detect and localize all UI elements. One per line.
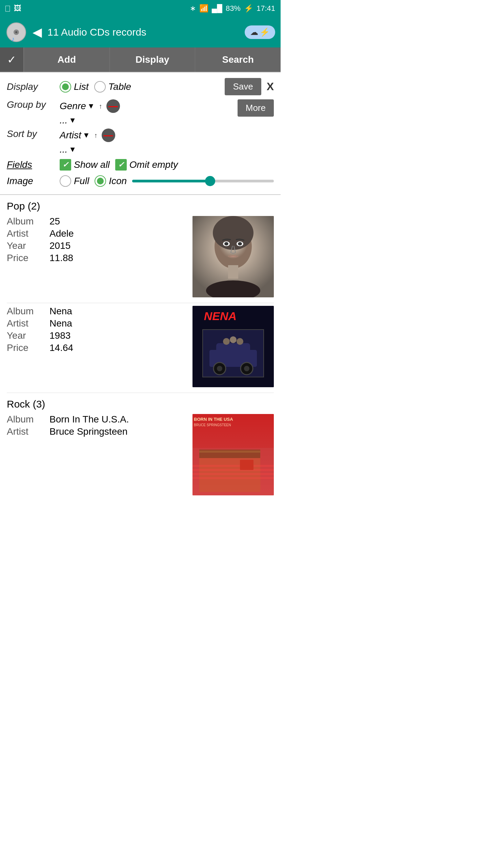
full-radio[interactable]: Full — [60, 175, 89, 187]
display-button[interactable]: Display — [109, 47, 195, 72]
sort-by-field2-dropdown[interactable]: ... ▼ — [60, 144, 76, 155]
list-radio-inner — [62, 83, 69, 90]
table-label: Table — [108, 81, 131, 92]
more-button[interactable]: More — [238, 99, 274, 117]
group-by-sort-arrow1[interactable]: ↑ — [99, 102, 102, 110]
price-field-adele: Price — [7, 253, 44, 263]
sort-by-remove1[interactable]: — — [102, 129, 115, 142]
close-button[interactable]: X — [267, 80, 274, 93]
record-item-adele[interactable]: Album 25 Artist Adele Year 2015 Price 11… — [7, 216, 274, 303]
back-button[interactable]: ◀ — [33, 25, 42, 39]
sort-by-chevron1: ▼ — [83, 131, 90, 140]
sort-by-field2-row: ... ▼ — [60, 144, 115, 155]
svg-point-23 — [230, 336, 237, 343]
group-controls: Genre ▼ ↑ — ... ▼ — [60, 99, 120, 126]
group-by-remove1[interactable]: — — [106, 99, 120, 113]
minus-icon1: — — [108, 101, 118, 111]
group-by-row: Group by Genre ▼ ↑ — ... ▼ More — [7, 99, 274, 126]
artist-field-adele: Artist — [7, 228, 44, 239]
display-panel: Display List Table Save X Group by Genre — [0, 73, 281, 194]
show-all-check[interactable]: ✓ — [60, 159, 71, 171]
toolbar: ✓ Add Display Search — [0, 47, 281, 72]
group-by-field2-label: ... — [60, 115, 67, 126]
svg-text:NENA: NENA — [204, 310, 237, 322]
icon-label: Icon — [109, 176, 127, 186]
group-by-field1-row: Genre ▼ ↑ — — [60, 99, 120, 113]
artist-row-adele: Artist Adele — [7, 228, 187, 239]
status-bar: ⎕ 🖼 ∗ 📶 ▄█ 83% ⚡ 17:41 — [0, 0, 281, 17]
list-radio-button[interactable] — [60, 81, 71, 93]
battery-percent: 83% — [226, 4, 241, 13]
full-radio-button[interactable] — [60, 175, 71, 187]
sort-by-field1-label: Artist — [60, 130, 81, 141]
image-size-slider[interactable] — [132, 180, 274, 182]
album-row-adele: Album 25 — [7, 216, 187, 227]
group-by-chevron2: ▼ — [69, 116, 76, 125]
group-by-chevron1: ▼ — [87, 102, 95, 111]
wifi-icon: 📶 — [199, 4, 208, 13]
artist-field-springsteen: Artist — [7, 426, 44, 437]
album-row-nena: Album Nena — [7, 306, 187, 317]
sort-controls: Artist ▼ ↑ — ... ▼ — [60, 129, 115, 155]
svg-rect-32 — [192, 465, 274, 467]
svg-rect-17 — [216, 343, 250, 355]
sort-by-field1-dropdown[interactable]: Artist ▼ — [60, 130, 90, 141]
svg-rect-34 — [192, 473, 274, 475]
album-field-adele: Album — [7, 216, 44, 227]
artist-row-springsteen: Artist Bruce Springsteen — [7, 426, 187, 437]
artist-value-springsteen: Bruce Springsteen — [49, 426, 127, 437]
status-left-icons: ⎕ 🖼 — [5, 4, 21, 13]
omit-empty-checkbox[interactable]: ✓ Omit empty — [115, 159, 178, 171]
album-field-nena: Album — [7, 306, 44, 317]
genre-header-rock: Rock (3) — [7, 398, 274, 410]
time-display: 17:41 — [257, 4, 275, 13]
genre-count-rock: (3) — [33, 398, 45, 410]
status-right-icons: ∗ 📶 ▄█ 83% ⚡ 17:41 — [190, 4, 275, 13]
cast-icon: ⎕ — [5, 4, 10, 13]
slider-thumb[interactable] — [205, 176, 215, 186]
app-header: ♪ ◀ 11 Audio CDs records ☁ ⚡ — [0, 17, 281, 47]
table-radio[interactable]: Table — [94, 81, 131, 93]
header-title: 11 Audio CDs records — [47, 26, 239, 38]
svg-text:BRUCE SPRINGSTEEN: BRUCE SPRINGSTEEN — [194, 423, 231, 427]
svg-rect-30 — [199, 451, 260, 453]
bluetooth-icon: ∗ — [190, 4, 196, 13]
price-row-adele: Price 11.88 — [7, 253, 187, 263]
artist-value-adele: Adele — [49, 228, 74, 239]
icon-radio[interactable]: Icon — [95, 175, 127, 187]
display-label: Display — [7, 81, 54, 92]
sort-by-sort-arrow1[interactable]: ↑ — [94, 132, 98, 139]
group-by-field2-dropdown[interactable]: ... ▼ — [60, 115, 76, 126]
panel-divider — [0, 194, 281, 195]
year-field-adele: Year — [7, 240, 44, 251]
group-by-field2-row: ... ▼ — [60, 115, 120, 126]
svg-rect-7 — [228, 265, 238, 279]
checkmark-icon2: ✓ — [118, 160, 124, 169]
album-field-springsteen: Album — [7, 414, 44, 425]
record-info-springsteen: Album Born In The U.S.A. Artist Bruce Sp… — [7, 414, 187, 438]
icon-radio-button[interactable] — [95, 175, 106, 187]
full-label: Full — [74, 176, 89, 186]
fields-label[interactable]: Fields — [7, 159, 54, 170]
list-radio[interactable]: List — [60, 81, 89, 93]
show-all-checkbox[interactable]: ✓ Show all — [60, 159, 110, 171]
group-by-field1-dropdown[interactable]: Genre ▼ — [60, 101, 95, 112]
record-item-springsteen[interactable]: Album Born In The U.S.A. Artist Bruce Sp… — [7, 414, 274, 501]
add-button[interactable]: Add — [24, 47, 109, 72]
year-value-adele: 2015 — [49, 240, 70, 251]
save-x-col: Save X — [225, 78, 274, 95]
check-button[interactable]: ✓ — [0, 47, 24, 72]
year-value-nena: 1983 — [49, 330, 70, 341]
table-radio-button[interactable] — [94, 81, 106, 93]
sort-by-field1-row: Artist ▼ ↑ — — [60, 129, 115, 142]
search-button[interactable]: Search — [195, 47, 281, 72]
cloud-icon: ☁ — [250, 27, 258, 37]
record-item-nena[interactable]: Album Nena Artist Nena Year 1983 Price 1… — [7, 306, 274, 393]
battery-icon: ⚡ — [244, 4, 253, 13]
sort-by-chevron2: ▼ — [69, 145, 76, 154]
save-button[interactable]: Save — [225, 78, 261, 95]
omit-empty-check[interactable]: ✓ — [115, 159, 127, 171]
record-info-nena: Album Nena Artist Nena Year 1983 Price 1… — [7, 306, 187, 355]
svg-point-2 — [15, 31, 17, 33]
svg-point-22 — [223, 338, 230, 345]
